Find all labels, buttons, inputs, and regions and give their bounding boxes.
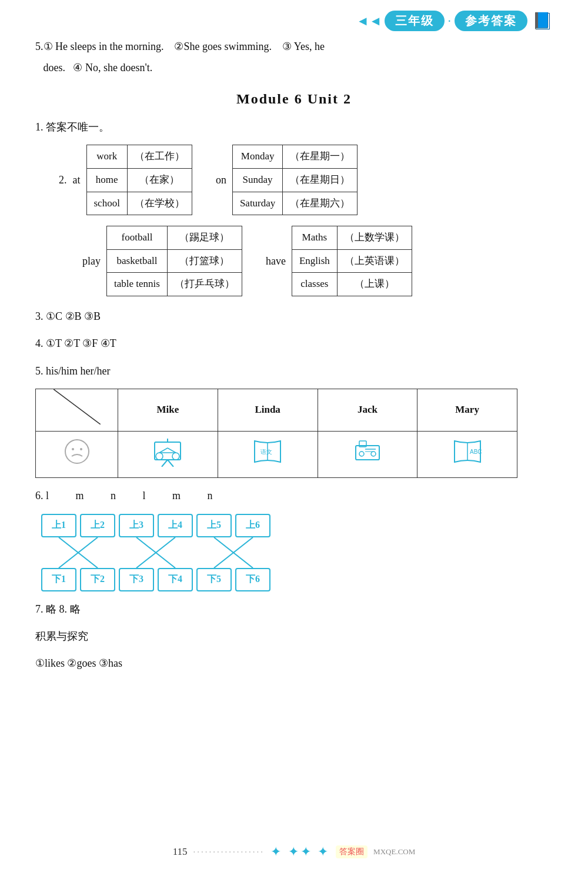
svg-point-2 xyxy=(72,448,74,450)
col-jack: Jack xyxy=(318,389,417,432)
mary-icon-cell: ABC xyxy=(417,431,517,478)
jack-machine-icon xyxy=(350,436,385,467)
book-icon: 📘 xyxy=(532,11,553,31)
play-table-group: play football（踢足球） basketball（打篮球） table… xyxy=(59,226,242,296)
sad-face-icon xyxy=(64,439,90,464)
svg-point-18 xyxy=(371,452,376,456)
box-bottom-4: 下4 xyxy=(158,568,193,591)
section-5-prev: 5.① He sleeps in the morning. ②She goes … xyxy=(35,36,553,78)
item-5-pre: 5. his/him her/her xyxy=(35,362,553,380)
svg-text:语文: 语文 xyxy=(260,449,272,455)
box-bottom-3: 下3 xyxy=(119,568,154,591)
module-title: Module 6 Unit 2 xyxy=(35,91,553,107)
footer-logo: 答案圈 xyxy=(336,845,368,858)
linda-book-icon: 语文 xyxy=(250,436,285,467)
have-row-3-cn: （上课） xyxy=(337,273,412,296)
svg-point-1 xyxy=(65,440,89,463)
person-table-header-row: Mike Linda Jack Mary xyxy=(36,389,517,432)
person-table: Mike Linda Jack Mary xyxy=(35,389,517,478)
on-row-2-word: Sunday xyxy=(232,168,282,192)
box-bottom-5: 下5 xyxy=(196,568,232,591)
mike-icon-cell xyxy=(118,431,218,478)
at-row-3-cn: （在学校） xyxy=(127,192,192,215)
on-table-group: on Monday（在星期一） Sunday（在星期日） Saturday（在星… xyxy=(216,145,358,215)
svg-rect-4 xyxy=(155,442,181,460)
at-row-2-word: home xyxy=(86,168,127,192)
item-7: 7. 略 8. 略 xyxy=(35,600,553,618)
item6-boxes-container: 上1 上2 上3 上4 上5 上6 下1 xyxy=(41,514,553,591)
person-table-icon-row: 语文 xyxy=(36,431,517,478)
box-top-2: 上2 xyxy=(80,514,115,537)
svg-text:ABC: ABC xyxy=(470,449,482,455)
svg-line-11 xyxy=(168,448,176,453)
have-row-1-cn: （上数学课） xyxy=(337,226,412,250)
at-table: work（在工作） home（在家） school（在学校） xyxy=(86,145,192,215)
col-mary: Mary xyxy=(417,389,517,432)
play-label: play xyxy=(82,252,101,270)
item-5-table-container: Mike Linda Jack Mary xyxy=(35,389,553,478)
mary-abc-book-icon: ABC xyxy=(450,436,485,467)
svg-point-3 xyxy=(80,448,82,450)
at-table-group: 2. at work（在工作） home（在家） school（在学校） xyxy=(59,145,192,215)
linda-icon-cell: 语文 xyxy=(218,431,318,478)
item-2: 2. at work（在工作） home（在家） school（在学校） on … xyxy=(35,145,553,296)
item-6: 6. l m n l m n xyxy=(35,486,553,505)
box-bottom-1: 下1 xyxy=(41,568,76,591)
page-footer: 115 ·················· ✦ ✦✦ ✦ 答案圈 MXQE.C… xyxy=(0,844,588,860)
box-top-6: 上6 xyxy=(235,514,270,537)
diagonal-cell xyxy=(36,389,118,432)
have-row-2-word: English xyxy=(292,249,337,273)
have-row-1-word: Maths xyxy=(292,226,337,250)
on-row-1-cn: （在星期一） xyxy=(283,145,358,169)
on-label: on xyxy=(216,170,226,189)
svg-point-9 xyxy=(172,453,179,460)
page-number: 115 xyxy=(173,846,188,858)
svg-line-10 xyxy=(159,448,168,453)
play-row-2-word: basketball xyxy=(107,249,168,273)
diagonal-line-svg xyxy=(54,389,101,424)
on-row-3-word: Saturday xyxy=(232,192,282,215)
box-top-5: 上5 xyxy=(196,514,232,537)
on-table: Monday（在星期一） Sunday（在星期日） Saturday（在星期六） xyxy=(232,145,358,215)
svg-line-0 xyxy=(54,389,101,424)
have-row-3-word: classes xyxy=(292,273,337,296)
page-header: ◄◄ 三年级 · 参考答案 📘 xyxy=(0,0,588,36)
on-row-2-cn: （在星期日） xyxy=(283,168,358,192)
have-label: have xyxy=(266,252,286,270)
footer-stars-icon: ✦ ✦✦ ✦ xyxy=(270,844,330,860)
at-row-1-word: work xyxy=(86,145,127,169)
bottom-boxes-row: 下1 下2 下3 下4 下5 下6 xyxy=(41,568,553,591)
box-top-3: 上3 xyxy=(119,514,154,537)
play-row-3-cn: （打乒乓球） xyxy=(167,273,242,296)
play-row-1-word: football xyxy=(107,226,168,250)
svg-line-6 xyxy=(168,460,173,467)
have-table-group: have Maths（上数学课） English（上英语课） classes（上… xyxy=(266,226,412,296)
answer-badge: 参考答案 xyxy=(455,11,527,31)
footer-site: MXQE.COM xyxy=(373,847,415,857)
box-bottom-2: 下2 xyxy=(80,568,115,591)
on-row-3-cn: （在星期六） xyxy=(283,192,358,215)
play-row-1-cn: （踢足球） xyxy=(167,226,242,250)
col-mike: Mike xyxy=(118,389,218,432)
sad-face-cell xyxy=(36,431,118,478)
item6-label: 6. xyxy=(35,490,46,501)
item2-label: 2. xyxy=(59,170,67,189)
svg-point-8 xyxy=(156,453,163,460)
dot-separator: · xyxy=(448,14,452,29)
at-row-1-cn: （在工作） xyxy=(127,145,192,169)
arrow-icon: ◄◄ xyxy=(356,14,382,29)
have-row-2-cn: （上英语课） xyxy=(337,249,412,273)
have-table: Maths（上数学课） English（上英语课） classes（上课） xyxy=(292,226,412,296)
cross-lines-container xyxy=(41,537,295,568)
top-boxes-row: 上1 上2 上3 上4 上5 上6 xyxy=(41,514,553,537)
play-row-2-cn: （打篮球） xyxy=(167,249,242,273)
jack-icon-cell xyxy=(318,431,417,478)
item6-letters: l m n l m n xyxy=(46,490,218,501)
item-1: 1. 答案不唯一。 xyxy=(35,118,553,136)
item-3: 3. ①C ②B ③B xyxy=(35,307,553,326)
at-label: at xyxy=(73,170,81,189)
mike-drawing-icon xyxy=(150,436,185,467)
box-bottom-6: 下6 xyxy=(235,568,270,591)
col-linda: Linda xyxy=(218,389,318,432)
at-row-2-cn: （在家） xyxy=(127,168,192,192)
